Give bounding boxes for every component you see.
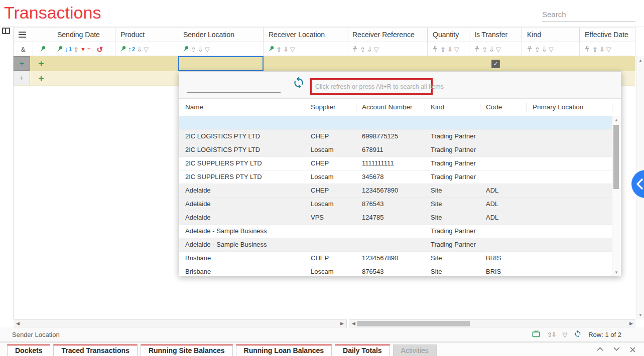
cell-primary-location — [527, 184, 612, 198]
col-header-receiver-location[interactable]: Receiver Location — [264, 28, 347, 43]
cell-primary-location — [527, 157, 612, 170]
sort-asc-icon: ⇧ — [191, 43, 196, 56]
tab-running-site-balances[interactable]: Running Site Balances — [141, 344, 233, 356]
row-indicator-2[interactable]: + — [14, 71, 30, 85]
filter-group-operator[interactable]: & — [14, 42, 33, 56]
popup-col-header-account-number[interactable]: Account Number — [356, 99, 425, 116]
hscrollbar-left-pane[interactable]: ◀ ▶ — [14, 319, 347, 327]
grid-row-1[interactable]: + + ✓ — [14, 56, 635, 71]
cell-account-number: 1234567890 — [356, 184, 425, 198]
col-header-receiver-reference[interactable]: Receiver Reference — [347, 28, 428, 43]
scroll-down-icon[interactable]: ▼ — [612, 270, 620, 275]
tab-daily-totals[interactable]: Daily Totals — [335, 344, 390, 356]
col-header-effective-date[interactable]: Effective Date — [580, 28, 635, 43]
tab-running-loan-balances[interactable]: Running Loan Balances — [236, 344, 332, 356]
col-header-kind[interactable]: Kind — [522, 28, 580, 43]
popup-col-header-name[interactable]: Name — [179, 99, 305, 116]
filter-cell-is-transfer[interactable]: ⇧⇩▽ — [469, 42, 522, 56]
filter-icon[interactable]: ▽ — [562, 331, 567, 338]
location-row[interactable]: BrisbaneCHEP1234567890SiteBRIS — [179, 252, 612, 265]
scroll-up-icon[interactable]: ▲ — [612, 118, 620, 122]
filter-icon: ▽ — [205, 43, 210, 56]
scrollbar-thumb[interactable] — [357, 321, 470, 326]
refresh-icon[interactable] — [574, 330, 582, 340]
col-header-is-transfer[interactable]: Is Transfer — [469, 28, 522, 43]
scroll-left-icon[interactable]: ◀ — [350, 320, 357, 327]
filter-cell-sending-date[interactable]: ↓1⇧▼=...↺ — [52, 42, 115, 56]
popup-col-header-supplier[interactable]: Supplier — [305, 99, 356, 116]
expand-panel-button[interactable] — [631, 170, 644, 198]
search-input[interactable] — [542, 7, 635, 22]
location-row[interactable]: Adelaide - Sample BusinessTrading Partne… — [179, 225, 612, 238]
cell-account-number: 876543 — [356, 198, 425, 211]
filter-active-icon: ▼ — [80, 43, 86, 56]
add-icon[interactable]: + — [30, 56, 52, 71]
popup-col-header-kind[interactable]: Kind — [425, 99, 480, 116]
filter-pin-cell[interactable] — [33, 42, 52, 56]
filter-cell-kind[interactable]: ⇧⇩▽ — [522, 42, 580, 56]
column-chooser-icon[interactable] — [2, 28, 10, 34]
chevron-down-icon[interactable] — [613, 346, 620, 353]
is-transfer-checkbox[interactable]: ✓ — [491, 60, 500, 68]
pin-icon — [39, 46, 46, 53]
cell-primary-location — [527, 265, 612, 276]
location-row[interactable]: 2IC LOGISTICS PTY LTDLoscam678911Trading… — [179, 143, 612, 157]
cell-supplier: Loscam — [305, 170, 356, 184]
cell-supplier: Loscam — [305, 143, 356, 157]
scroll-down-icon[interactable]: ▼ — [636, 313, 644, 317]
filter-cell-sender-location[interactable]: ⇧⇩▽ — [178, 42, 264, 56]
scroll-left-icon[interactable]: ◀ — [15, 320, 21, 327]
filter-cell-effective-date[interactable]: ⇧⇩▽ — [580, 42, 635, 56]
location-row[interactable]: BrisbaneLoscam876543SiteBRIS — [179, 265, 612, 276]
popup-col-header-primary-location[interactable]: Primary Location — [527, 99, 612, 116]
tab-traced-transactions[interactable]: Traced Transactions — [53, 344, 137, 356]
col-header-quantity[interactable]: Quantity — [428, 28, 469, 43]
location-row[interactable]: 2IC LOGISTICS PTY LTDCHEP6998775125Tradi… — [179, 130, 612, 143]
filter-cell-receiver-location[interactable]: ⇧⇩▽ — [264, 42, 347, 56]
filter-cell-quantity[interactable]: ⇧⇩▽ — [428, 42, 469, 56]
filter-cell-receiver-reference[interactable]: ⇧⇩▽ — [347, 42, 428, 56]
hscrollbar-right-pane[interactable]: ◀ ▶ — [349, 319, 635, 327]
location-row[interactable]: 2IC SUPPLIERS PTY LTDCHEP1111111111Tradi… — [179, 157, 612, 170]
col-header-sender-location[interactable]: Sender Location — [178, 28, 264, 43]
add-icon[interactable]: + — [30, 71, 52, 85]
popup-search-input[interactable] — [187, 79, 281, 93]
pin-icon — [351, 46, 358, 53]
location-row[interactable]: AdelaideCHEP1234567890SiteADL — [179, 184, 612, 198]
cell-primary-location — [527, 116, 612, 130]
cell-kind: Trading Partner — [425, 225, 480, 238]
search-hint-highlight: Click refresh or press Alt+R to search a… — [310, 78, 433, 95]
col-header-product[interactable]: Product — [115, 28, 178, 43]
cell-account-number — [356, 225, 425, 238]
popup-col-header-code[interactable]: Code — [480, 99, 527, 116]
sort-icon[interactable]: ⇧⇩ — [547, 331, 556, 338]
sender-location-editor-cell[interactable] — [178, 56, 264, 71]
col-header-sending-date[interactable]: Sending Date — [52, 28, 115, 43]
tab-activities[interactable]: Activities — [393, 344, 437, 356]
location-row[interactable]: AdelaideLoscam876543SiteADL — [179, 198, 612, 211]
refresh-icon[interactable] — [292, 76, 305, 89]
row-indicator-1[interactable]: + — [14, 56, 30, 71]
scroll-right-icon[interactable]: ▶ — [628, 320, 634, 327]
grid-corner-header[interactable] — [14, 28, 52, 43]
tab-dockets[interactable]: Dockets — [7, 344, 50, 356]
scroll-up-icon[interactable]: ▲ — [636, 58, 644, 63]
scroll-right-icon[interactable]: ▶ — [339, 320, 345, 327]
cell-primary-location — [527, 252, 612, 265]
location-row[interactable] — [179, 116, 612, 130]
footer-tab-bar: DocketsTraced TransactionsRunning Site B… — [0, 342, 644, 356]
location-row[interactable]: 2IC SUPPLIERS PTY LTDLoscam345678Trading… — [179, 170, 612, 184]
location-row[interactable]: AdelaideVPS124785SiteADL — [179, 211, 612, 225]
filter-cell-product[interactable]: ↑2⇩▽ — [115, 42, 178, 56]
scrollbar-thumb[interactable] — [613, 125, 619, 189]
monitor-icon[interactable] — [532, 330, 540, 339]
close-icon[interactable] — [629, 346, 636, 353]
menu-icon[interactable] — [19, 32, 26, 39]
location-row[interactable]: Adelaide - Sample BusinessTrading Partne… — [179, 238, 612, 252]
chevron-up-icon[interactable] — [596, 346, 604, 353]
cell-primary-location — [527, 130, 612, 143]
cell-supplier: Loscam — [305, 265, 356, 276]
popup-scrollbar[interactable]: ▲ ▼ — [612, 116, 620, 276]
cell-name — [179, 116, 305, 130]
cell-name: Adelaide — [179, 211, 305, 225]
